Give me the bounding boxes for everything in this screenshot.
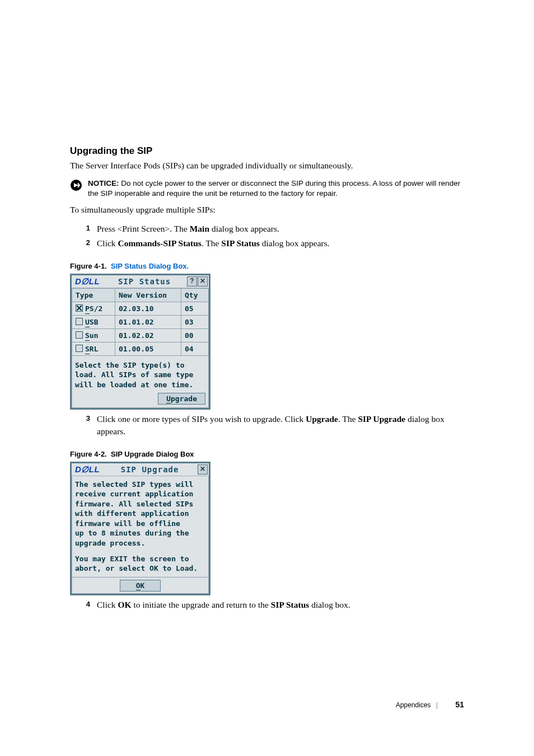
checkbox[interactable]: [76, 304, 83, 312]
dell-logo: D∅LL: [72, 463, 103, 476]
checkbox[interactable]: [76, 318, 83, 325]
dialog-body: The selected SIP types will receive curr…: [72, 476, 209, 577]
table-row[interactable]: USB 01.01.02 03: [72, 315, 209, 328]
upgrade-button[interactable]: Upgrade: [158, 393, 205, 405]
close-icon[interactable]: ✕: [198, 464, 208, 475]
col-qty: Qty: [181, 288, 209, 302]
intro-paragraph: The Server Interface Pods (SIPs) can be …: [70, 160, 464, 172]
checkbox[interactable]: [76, 345, 83, 352]
sip-status-table: Type New Version Qty PS/2 02.03.10 05 US…: [72, 288, 209, 356]
notice-icon: [70, 179, 82, 194]
step-3: 3 Click one or more types of SIPs you wi…: [70, 413, 464, 437]
step-text: Click Commands-SIP Status. The SIP Statu…: [97, 237, 330, 250]
help-icon[interactable]: ?: [187, 276, 197, 287]
close-icon[interactable]: ✕: [198, 276, 208, 287]
sip-upgrade-dialog: D∅LL SIP Upgrade ✕ The selected SIP type…: [70, 462, 210, 595]
notice-block: NOTICE: Do not cycle power to the server…: [70, 179, 464, 199]
dialog-titlebar: D∅LL SIP Upgrade ✕: [72, 463, 209, 476]
footer-section: Appendices: [396, 701, 431, 709]
checkbox[interactable]: [76, 331, 83, 339]
notice-label: NOTICE:: [88, 179, 119, 187]
page-footer: Appendices | 51: [396, 700, 464, 709]
step-number: 4: [78, 600, 90, 608]
lead-paragraph: To simultaneously upgrade multiple SIPs:: [70, 204, 464, 216]
sip-status-dialog: D∅LL SIP Status ? ✕ Type New Version Qty…: [70, 274, 210, 410]
table-row[interactable]: PS/2 02.03.10 05: [72, 302, 209, 315]
step-1: 1 Press <Print Screen>. The Main dialog …: [70, 223, 464, 235]
dell-logo: D∅LL: [72, 275, 103, 288]
dialog-titlebar: D∅LL SIP Status ? ✕: [72, 275, 209, 288]
figure-1-caption: Figure 4-1. SIP Status Dialog Box.: [70, 262, 464, 270]
notice-text: NOTICE: Do not cycle power to the server…: [88, 179, 464, 199]
col-type: Type: [72, 288, 115, 302]
ok-button[interactable]: OK: [120, 580, 161, 591]
step-text: Click one or more types of SIPs you wish…: [97, 413, 464, 437]
table-row[interactable]: Sun 01.02.02 00: [72, 328, 209, 342]
step-number: 2: [78, 238, 90, 247]
step-number: 1: [78, 224, 90, 232]
dialog-message: Select the SIP type(s) to load. All SIPs…: [72, 356, 209, 392]
step-number: 3: [78, 414, 90, 422]
dialog-title: SIP Status: [103, 275, 186, 288]
step-text: Click OK to initiate the upgrade and ret…: [97, 599, 350, 611]
figure-2-title: SIP Upgrade Dialog Box: [111, 450, 194, 458]
figure-2-caption: Figure 4-2. SIP Upgrade Dialog Box: [70, 450, 464, 458]
dialog-title: SIP Upgrade: [103, 463, 196, 476]
table-row[interactable]: SRL 01.00.05 04: [72, 342, 209, 355]
page-number: 51: [455, 700, 464, 709]
figure-1-title: SIP Status Dialog Box.: [111, 262, 189, 270]
step-2: 2 Click Commands-SIP Status. The SIP Sta…: [70, 237, 464, 250]
section-heading: Upgrading the SIP: [70, 145, 464, 157]
step-text: Press <Print Screen>. The Main dialog bo…: [97, 223, 279, 235]
step-4: 4 Click OK to initiate the upgrade and r…: [70, 599, 464, 611]
col-version: New Version: [115, 288, 181, 302]
notice-body: Do not cycle power to the server or disc…: [88, 179, 460, 198]
